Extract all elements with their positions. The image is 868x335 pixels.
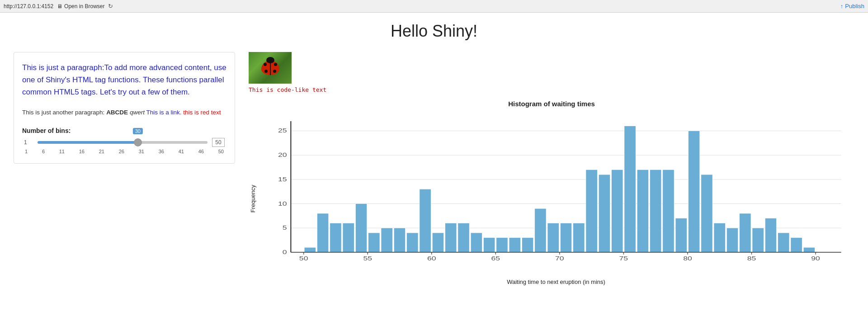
- histogram-wrapper: Frequency 0510152025505560657075808590 W…: [249, 112, 854, 285]
- bins-label: Number of bins:: [22, 127, 226, 134]
- slider-tick-label: 41: [179, 149, 184, 154]
- svg-rect-33: [343, 223, 354, 252]
- ladybug-dot: [264, 70, 268, 73]
- svg-rect-68: [791, 238, 802, 252]
- svg-rect-60: [688, 131, 699, 252]
- slider-tick-label: 26: [119, 149, 124, 154]
- slider-tick-label: 46: [198, 149, 204, 154]
- svg-rect-44: [483, 238, 495, 252]
- svg-rect-32: [330, 223, 341, 252]
- x-axis-label: Waiting time to next eruption (in mins): [258, 278, 854, 285]
- svg-text:65: 65: [491, 255, 500, 262]
- url-display: http://127.0.0.1:4152: [4, 3, 53, 9]
- svg-rect-54: [612, 170, 623, 252]
- svg-text:80: 80: [683, 255, 692, 262]
- svg-text:70: 70: [555, 255, 564, 262]
- svg-text:20: 20: [278, 152, 287, 158]
- slider-container: 1 30 50 16111621263136414650: [22, 138, 226, 154]
- svg-text:60: 60: [427, 255, 436, 262]
- para2-red: this is red text: [183, 109, 221, 116]
- publish-icon: ↑: [840, 3, 844, 9]
- svg-rect-35: [368, 233, 380, 252]
- svg-rect-42: [458, 223, 469, 252]
- page-title: Hello Shiny!: [14, 22, 854, 41]
- y-axis-label: Frequency: [250, 185, 257, 212]
- svg-rect-45: [496, 238, 508, 252]
- histogram-title: Histogram of waiting times: [249, 100, 854, 108]
- slider-tick-label: 36: [159, 149, 164, 154]
- svg-rect-63: [726, 228, 738, 252]
- chart-area: 0510152025505560657075808590 Waiting tim…: [258, 112, 854, 285]
- histogram-section: Histogram of waiting times Frequency 051…: [249, 100, 854, 285]
- svg-text:75: 75: [619, 255, 628, 262]
- svg-text:15: 15: [278, 176, 287, 183]
- ladybug-body: [261, 61, 279, 75]
- open-in-browser-button[interactable]: 🖥 Open in Browser: [57, 3, 104, 9]
- image-section: This is code-like text: [249, 52, 854, 93]
- para2-bold: ABCDE: [106, 109, 128, 116]
- histogram-chart: 0510152025505560657075808590: [258, 112, 854, 275]
- topbar-left: http://127.0.0.1:4152 🖥 Open in Browser …: [4, 3, 113, 9]
- svg-text:0: 0: [283, 249, 287, 255]
- topbar: http://127.0.0.1:4152 🖥 Open in Browser …: [0, 0, 868, 13]
- slider-tick-label: 1: [25, 149, 28, 154]
- intro-paragraph: This is just a paragraph:To add more adv…: [22, 61, 226, 99]
- svg-rect-65: [752, 228, 764, 252]
- slider-track-filled: [38, 141, 138, 144]
- svg-rect-56: [637, 170, 648, 252]
- svg-rect-55: [624, 126, 636, 252]
- svg-rect-38: [407, 233, 418, 252]
- svg-text:90: 90: [811, 255, 820, 262]
- slider-track-empty: [138, 141, 208, 144]
- main-content: Hello Shiny! This is just a paragraph:To…: [0, 13, 868, 335]
- svg-text:25: 25: [278, 127, 287, 134]
- svg-rect-34: [355, 204, 367, 252]
- svg-rect-43: [471, 233, 482, 252]
- svg-rect-39: [420, 189, 431, 252]
- svg-rect-31: [317, 213, 328, 252]
- svg-rect-47: [522, 238, 533, 252]
- svg-rect-40: [432, 233, 443, 252]
- ladybug-image: [249, 52, 292, 84]
- svg-rect-62: [714, 223, 725, 252]
- ladybug-dot: [273, 70, 276, 73]
- svg-rect-41: [445, 223, 457, 252]
- slider-tick-label: 50: [218, 149, 224, 154]
- refresh-icon[interactable]: ↻: [108, 3, 113, 9]
- svg-rect-30: [304, 247, 316, 252]
- open-browser-label: Open in Browser: [64, 3, 104, 9]
- slider-wrapper[interactable]: 30: [38, 138, 208, 147]
- para2-prefix: This is just another paragraph:: [22, 109, 104, 116]
- svg-rect-59: [675, 218, 687, 252]
- slider-min-label: 1: [24, 139, 33, 146]
- svg-rect-36: [381, 228, 392, 252]
- slider-max-display: 50: [212, 138, 225, 147]
- svg-text:5: 5: [283, 225, 287, 231]
- svg-text:50: 50: [299, 255, 308, 262]
- svg-rect-57: [650, 170, 661, 252]
- publish-label: Publish: [845, 3, 864, 9]
- y-axis-label-container: Frequency: [249, 112, 258, 285]
- svg-rect-64: [740, 213, 751, 252]
- ladybug-dot: [274, 63, 277, 66]
- code-text: This is code-like text: [249, 86, 854, 93]
- svg-rect-48: [535, 208, 546, 252]
- slider-tick-label: 6: [42, 149, 45, 154]
- svg-rect-53: [599, 175, 610, 252]
- slider-tick-label: 16: [79, 149, 85, 154]
- left-panel: This is just a paragraph:To add more adv…: [14, 52, 235, 164]
- slider-row: 1 30 50: [24, 138, 225, 147]
- svg-rect-52: [586, 170, 597, 252]
- slider-track: [38, 141, 208, 144]
- slider-thumb[interactable]: [134, 138, 142, 146]
- svg-rect-67: [778, 233, 789, 252]
- right-content: This is code-like text Histogram of wait…: [249, 52, 854, 285]
- para2-italic: qwert: [130, 109, 145, 116]
- svg-rect-50: [560, 223, 571, 252]
- publish-button[interactable]: ↑ Publish: [840, 3, 864, 9]
- svg-rect-58: [663, 170, 674, 252]
- slider-tick-label: 31: [139, 149, 144, 154]
- para2-link[interactable]: This is a link.: [146, 109, 181, 116]
- slider-tick-label: 21: [99, 149, 104, 154]
- svg-rect-49: [547, 223, 559, 252]
